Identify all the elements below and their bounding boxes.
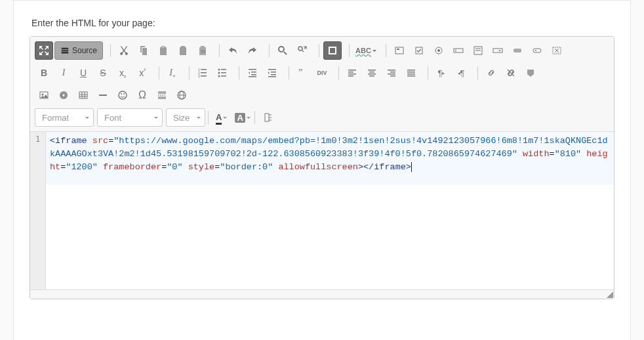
- indent-button[interactable]: [263, 64, 281, 82]
- line-number: 1: [30, 135, 45, 144]
- bulleted-list-button[interactable]: [213, 64, 231, 82]
- svg-point-1: [279, 47, 284, 52]
- underline-button[interactable]: U: [74, 64, 92, 82]
- undo-button[interactable]: [224, 41, 242, 60]
- flash-button[interactable]: [54, 86, 73, 104]
- svg-rect-48: [369, 75, 374, 77]
- svg-point-28: [218, 75, 220, 77]
- hr-button[interactable]: [94, 86, 112, 104]
- imagebutton-button[interactable]: [528, 41, 546, 60]
- div-button[interactable]: DIV: [313, 64, 331, 82]
- svg-rect-42: [348, 72, 353, 73]
- text-cursor: [411, 162, 412, 172]
- redo-button[interactable]: [243, 41, 262, 60]
- svg-rect-32: [249, 69, 256, 70]
- strike-button[interactable]: S: [94, 64, 112, 82]
- align-right-button[interactable]: [382, 64, 401, 82]
- form-button[interactable]: [390, 41, 409, 60]
- paste-text-button[interactable]: [174, 41, 192, 60]
- svg-rect-60: [79, 92, 87, 98]
- anchor-button[interactable]: [521, 64, 540, 82]
- radio-button[interactable]: [430, 41, 448, 60]
- svg-rect-25: [201, 75, 207, 77]
- blockquote-button[interactable]: ”: [293, 64, 312, 82]
- svg-rect-6: [397, 49, 399, 50]
- paste-word-button[interactable]: W: [193, 41, 212, 60]
- table-button[interactable]: [74, 86, 92, 104]
- svg-point-18: [535, 50, 536, 51]
- specialchar-button[interactable]: Ω: [133, 86, 151, 104]
- size-combo[interactable]: Size: [166, 108, 205, 127]
- maximize-button[interactable]: [35, 41, 53, 60]
- bgcolor-button[interactable]: A: [231, 108, 253, 127]
- link-button[interactable]: [482, 64, 500, 82]
- format-combo[interactable]: Format: [35, 108, 94, 127]
- line-gutter: 1: [30, 132, 46, 289]
- iframe-button[interactable]: [172, 86, 191, 104]
- toolbar-row-4: Format Font Size A A: [34, 108, 610, 127]
- remove-format-button[interactable]: I×: [163, 64, 182, 82]
- pagebreak-button[interactable]: [153, 86, 171, 104]
- showblocks-button[interactable]: [259, 108, 277, 127]
- textfield-button[interactable]: [449, 41, 468, 60]
- font-combo[interactable]: Font: [97, 108, 163, 127]
- svg-point-67: [121, 93, 122, 95]
- resize-handle[interactable]: [30, 289, 614, 299]
- select-button[interactable]: [489, 41, 507, 60]
- find-button[interactable]: [273, 41, 292, 60]
- svg-rect-10: [454, 49, 463, 53]
- paste-button[interactable]: [154, 41, 172, 60]
- hiddenfield-button[interactable]: [548, 41, 566, 60]
- superscript-button[interactable]: x²: [133, 64, 151, 82]
- source-code-empty[interactable]: [46, 184, 614, 289]
- textarea-button[interactable]: [469, 41, 487, 60]
- rtl-button[interactable]: ◂¶: [452, 64, 470, 82]
- select-all-button[interactable]: [323, 41, 342, 60]
- svg-rect-54: [407, 72, 415, 73]
- align-center-button[interactable]: [363, 64, 381, 82]
- numbered-list-button[interactable]: 123: [193, 64, 212, 82]
- source-code-input[interactable]: <iframe src="https://www.google.com/maps…: [46, 132, 614, 184]
- ltr-button[interactable]: ¶▸: [432, 64, 451, 82]
- spellcheck-button[interactable]: ABC: [353, 41, 378, 60]
- align-left-button[interactable]: [343, 64, 361, 82]
- svg-rect-30: [221, 72, 226, 74]
- replace-button[interactable]: [293, 41, 312, 60]
- svg-rect-16: [513, 49, 521, 53]
- cut-button[interactable]: [115, 41, 133, 60]
- textcolor-button[interactable]: A: [212, 108, 230, 127]
- italic-button[interactable]: I: [54, 64, 73, 82]
- checkbox-button[interactable]: [410, 41, 428, 60]
- svg-rect-38: [271, 74, 276, 75]
- outdent-button[interactable]: [243, 64, 262, 82]
- svg-rect-35: [249, 76, 256, 77]
- size-combo-label: Size: [173, 113, 190, 123]
- svg-rect-46: [369, 72, 374, 73]
- svg-rect-4: [330, 48, 335, 53]
- svg-rect-65: [99, 95, 107, 96]
- svg-point-58: [42, 94, 44, 96]
- subscript-button[interactable]: x₂: [113, 64, 132, 82]
- svg-rect-17: [533, 49, 541, 53]
- page-container: Enter the HTML for your page: Source: [13, 0, 631, 340]
- source-area: 1 <iframe src="https://www.google.com/ma…: [30, 132, 614, 289]
- svg-rect-41: [348, 70, 356, 71]
- svg-point-68: [123, 93, 125, 95]
- svg-rect-33: [251, 72, 256, 73]
- toolbar: Source W: [30, 37, 614, 132]
- image-button[interactable]: [35, 86, 53, 104]
- smiley-button[interactable]: [113, 86, 132, 104]
- bold-button[interactable]: B: [35, 64, 53, 82]
- source-button[interactable]: Source: [54, 41, 103, 60]
- svg-text:”: ”: [298, 68, 302, 77]
- svg-rect-52: [390, 75, 395, 77]
- align-justify-button[interactable]: [402, 64, 420, 82]
- svg-rect-24: [201, 72, 207, 74]
- svg-rect-71: [158, 96, 166, 99]
- copy-button[interactable]: [134, 41, 153, 60]
- svg-rect-23: [201, 69, 207, 70]
- button-field-button[interactable]: [508, 41, 527, 60]
- svg-text:W: W: [201, 49, 206, 54]
- unlink-button[interactable]: [502, 64, 520, 82]
- svg-rect-43: [348, 74, 356, 75]
